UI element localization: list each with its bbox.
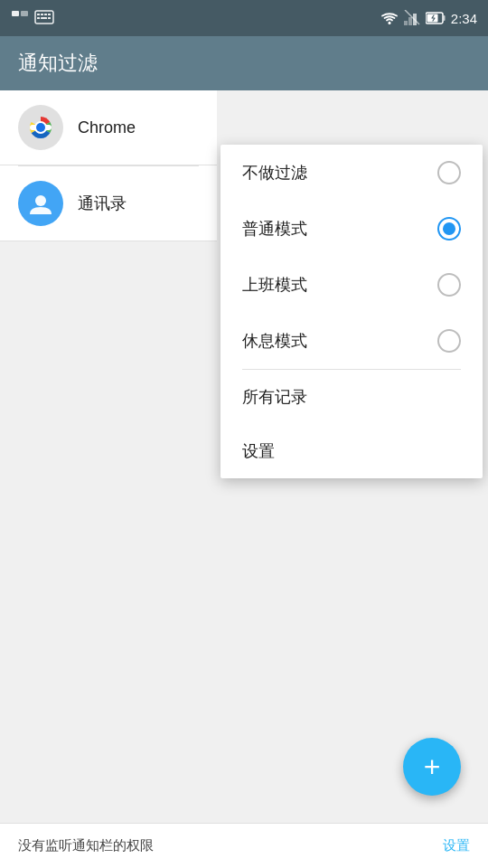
- bottom-bar: 没有监听通知栏的权限 设置: [0, 823, 488, 868]
- all-records-label: 所有记录: [242, 386, 307, 408]
- svg-rect-0: [12, 11, 19, 16]
- contacts-icon: [18, 181, 63, 226]
- battery-icon: [426, 12, 446, 24]
- page-title: 通知过滤: [18, 50, 98, 77]
- app-list: Chrome 通讯录: [0, 90, 217, 241]
- contacts-label: 通讯录: [78, 193, 127, 214]
- work-mode-label: 上班模式: [242, 274, 307, 296]
- svg-rect-9: [48, 17, 51, 19]
- svg-rect-8: [41, 17, 47, 19]
- status-bar-left: [11, 10, 54, 26]
- top-bar: 通知过滤: [0, 36, 488, 90]
- normal-mode-radio[interactable]: [437, 217, 461, 241]
- add-fab-button[interactable]: +: [403, 738, 461, 796]
- status-time: 2:34: [451, 11, 477, 26]
- chrome-icon: [18, 105, 63, 150]
- svg-point-22: [35, 195, 46, 206]
- svg-rect-1: [21, 11, 28, 16]
- svg-rect-6: [48, 14, 51, 15]
- dropdown-item-no-filter[interactable]: 不做过滤: [221, 145, 483, 201]
- app-item-chrome[interactable]: Chrome: [0, 90, 217, 165]
- wifi-icon: [380, 10, 399, 26]
- dropdown-menu: 不做过滤 普通模式 上班模式 休息模式 所有记录 设置: [221, 145, 483, 478]
- dropdown-item-rest-mode[interactable]: 休息模式: [221, 313, 483, 369]
- dropdown-item-settings[interactable]: 设置: [221, 424, 483, 478]
- add-icon: +: [424, 752, 441, 781]
- page-indicator-icon: [11, 10, 29, 26]
- rest-mode-label: 休息模式: [242, 330, 307, 352]
- normal-mode-label: 普通模式: [242, 218, 307, 240]
- permission-warning-text: 没有监听通知栏的权限: [18, 837, 154, 854]
- work-mode-radio[interactable]: [437, 273, 461, 297]
- chrome-label: Chrome: [78, 118, 136, 137]
- dropdown-item-normal-mode[interactable]: 普通模式: [221, 201, 483, 257]
- settings-link[interactable]: 设置: [443, 837, 470, 854]
- status-bar: 2:34: [0, 0, 488, 36]
- rest-mode-radio[interactable]: [437, 329, 461, 353]
- svg-rect-3: [37, 14, 40, 15]
- main-content: Chrome 通讯录 不做过滤 普通模式 上班模式: [0, 90, 488, 241]
- dropdown-settings-label: 设置: [242, 440, 275, 462]
- svg-rect-7: [37, 17, 40, 19]
- keyboard-icon: [34, 10, 54, 26]
- no-filter-radio[interactable]: [437, 161, 461, 184]
- dropdown-item-work-mode[interactable]: 上班模式: [221, 257, 483, 313]
- svg-rect-4: [41, 14, 43, 15]
- svg-rect-16: [443, 15, 445, 21]
- app-item-contacts[interactable]: 通讯录: [0, 166, 217, 241]
- dropdown-item-all-records[interactable]: 所有记录: [221, 370, 483, 424]
- svg-rect-11: [404, 21, 408, 25]
- svg-point-10: [388, 22, 390, 24]
- signal-icon: [404, 10, 420, 26]
- svg-point-21: [36, 123, 45, 132]
- svg-rect-12: [408, 17, 412, 25]
- svg-rect-5: [44, 14, 47, 15]
- no-filter-label: 不做过滤: [242, 162, 307, 184]
